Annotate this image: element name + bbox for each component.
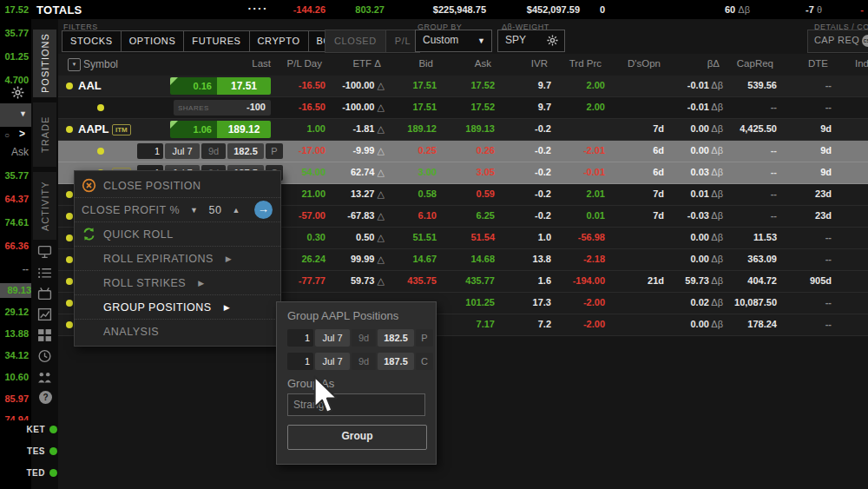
total-pl-open: 803.27 <box>315 4 385 15</box>
watchlist-quote[interactable]: 01.25 <box>0 50 29 63</box>
menu-item-close-profit[interactable]: CLOSE PROFIT % ▼ 50 ▲ → <box>75 197 280 221</box>
status-dot-green <box>49 447 57 455</box>
expand-all-icon[interactable]: ▼ <box>68 58 81 71</box>
col-header-trdprc[interactable]: Trd Prc <box>551 58 602 69</box>
col-header-betadelta[interactable]: βΔ <box>664 58 720 69</box>
clock-icon[interactable] <box>37 349 53 365</box>
menu-item-quick-roll[interactable]: QUICK ROLL <box>75 221 280 246</box>
filter-stocks-button[interactable]: STOCKS <box>62 30 122 52</box>
col-header-symbol[interactable]: Symbol <box>83 58 118 70</box>
group-panel-title: Group AAPL Positions <box>287 309 398 322</box>
cap-req-control[interactable]: CAP REQ CSV <box>807 30 868 53</box>
menu-item-analysis[interactable]: ANALYSIS <box>75 319 280 343</box>
quick-roll-icon <box>82 227 103 241</box>
watchlist-quote[interactable]: 85.97 <box>0 393 29 405</box>
close-profit-value[interactable]: 50 <box>208 204 221 216</box>
toggle-closed-button[interactable]: CLOSED <box>326 30 386 52</box>
watchlist-quote[interactable]: 34.12 <box>0 349 29 361</box>
clipped-total: - <box>853 4 864 15</box>
group-as-input[interactable] <box>287 393 425 416</box>
leg-type: P <box>416 329 433 347</box>
tab-activity[interactable]: ACTIVITY <box>33 172 56 240</box>
csv-export-icon[interactable]: CSV <box>862 35 868 47</box>
watchlist-quote[interactable]: 4.700 <box>0 74 29 86</box>
gear-icon[interactable] <box>546 34 559 50</box>
left-sidebar: POSITIONS TRADE ACTIVITY ? KET TES TED <box>31 0 58 489</box>
chart-icon[interactable] <box>37 307 53 323</box>
watchlist-quote[interactable]: 17.52 <box>0 3 29 16</box>
app-window: ▼ ○ > Ask 17.5235.7701.254.70035.7764.37… <box>0 0 868 489</box>
watchlist-quote[interactable]: 74.94 <box>0 413 29 420</box>
menu-item-roll-strikes[interactable]: ROLL STRIKES ▶ <box>75 270 280 294</box>
status-connected: TED <box>0 466 57 479</box>
menu-item-label: CLOSE PROFIT % <box>82 204 180 216</box>
group-leg-row: 1 Jul 7 9d 182.5 P <box>287 329 433 347</box>
total-orders: 0 <box>553 4 605 15</box>
traders-icon[interactable] <box>37 370 53 386</box>
watchlist-quote[interactable]: 64.37 <box>0 193 29 205</box>
watchlist-quote[interactable]: 13.88 <box>0 327 29 340</box>
col-header-etf[interactable]: ETF Δ <box>326 58 381 69</box>
col-header-last[interactable]: Last <box>213 58 271 69</box>
menu-item-roll-expirations[interactable]: ROLL EXPIRATIONS ▶ <box>75 246 280 270</box>
watchlist-quote[interactable]: 66.36 <box>0 240 29 252</box>
watchlist-quote[interactable]: 74.61 <box>0 216 29 228</box>
table-header: ▼ Symbol Last P/L Day ETF Δ Bid Ask IVR … <box>58 54 868 76</box>
tv-icon[interactable] <box>37 287 53 302</box>
col-header-bid[interactable]: Bid <box>385 58 433 69</box>
apply-close-profit-button[interactable]: → <box>254 201 273 219</box>
grid-icon[interactable] <box>37 328 53 344</box>
total-cash: $225,948.75 <box>399 4 486 15</box>
watchlist-quote[interactable]: 29.12 <box>0 306 29 318</box>
watchlist-quote[interactable]: 89.13 <box>0 283 31 298</box>
col-header-plday[interactable]: P/L Day <box>271 58 322 69</box>
leg-strike: 187.5 <box>378 353 414 370</box>
menu-item-label: CLOSE POSITION <box>103 180 201 192</box>
group-positions-panel: Group AAPL Positions 1 Jul 7 9d 182.5 P … <box>276 301 437 465</box>
beta-weight-control[interactable]: SPY <box>497 30 565 52</box>
total-beta-delta: 60 Δβ <box>698 4 750 15</box>
col-header-dte[interactable]: DTE <box>777 58 828 69</box>
tab-trade[interactable]: TRADE <box>33 102 56 167</box>
list-icon[interactable] <box>37 266 53 281</box>
chevron-down-icon: ▼ <box>477 36 485 45</box>
help-icon[interactable]: ? <box>39 391 52 404</box>
watchlist-quote[interactable]: -- <box>0 262 29 274</box>
menu-item-group-positions[interactable]: GROUP POSITIONS ▶ <box>75 294 280 319</box>
filter-options-button[interactable]: OPTIONS <box>121 30 185 52</box>
watchlist-quote[interactable]: 35.77 <box>0 169 29 182</box>
leg-type: C <box>416 353 433 370</box>
monitor-icon[interactable] <box>37 245 53 261</box>
watchlist-quote[interactable]: 35.77 <box>0 27 29 39</box>
tab-positions[interactable]: POSITIONS <box>33 30 56 97</box>
submenu-arrow-icon: ▶ <box>224 303 230 312</box>
leg-dte: 9d <box>352 353 376 370</box>
watchlist-dropdown[interactable]: ▼ <box>0 103 31 127</box>
filter-crypto-button[interactable]: CRYPTO <box>249 30 309 52</box>
cap-req-label: CAP REQ <box>814 35 859 45</box>
menu-item-label: ROLL STRIKES <box>103 277 186 289</box>
gear-icon[interactable] <box>10 85 25 103</box>
status-dot-green <box>49 469 57 477</box>
group-button[interactable]: Group <box>287 425 427 450</box>
col-header-capreq[interactable]: CapReq <box>723 58 773 69</box>
col-header-ask[interactable]: Ask <box>437 58 491 69</box>
col-header-dsopn[interactable]: D'sOpn <box>605 58 661 69</box>
chevron-right-icon[interactable]: > <box>19 128 25 140</box>
chevron-down-icon[interactable]: ▼ <box>190 206 198 215</box>
closed-pl-toggle-group: CLOSED P/L <box>325 30 420 53</box>
chevron-up-icon[interactable]: ▲ <box>232 206 240 215</box>
col-header-ivr[interactable]: IVR <box>495 58 548 69</box>
menu-item-label: ROLL EXPIRATIONS <box>103 253 214 265</box>
filter-futures-button[interactable]: FUTURES <box>183 30 249 52</box>
status-label: TED <box>27 468 46 478</box>
group-by-value: Custom <box>423 34 458 46</box>
group-by-dropdown[interactable]: Custom ▼ <box>415 30 492 52</box>
menu-item-label: QUICK ROLL <box>103 228 174 241</box>
radio-circle-icon[interactable]: ○ <box>4 130 10 140</box>
watchlist-quote[interactable]: 10.60 <box>0 371 29 383</box>
col-header-ind[interactable]: Ind <box>855 58 868 69</box>
status-market: KET <box>0 423 57 435</box>
menu-item-close-position[interactable]: CLOSE POSITION <box>75 174 280 197</box>
leg-expiration: Jul 7 <box>315 329 350 347</box>
